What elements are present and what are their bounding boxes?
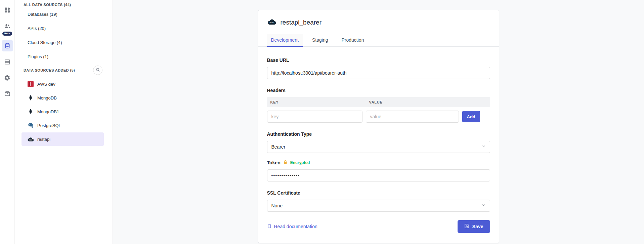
key-column-header: KEY <box>267 100 366 104</box>
base-url-label: Base URL <box>267 57 490 63</box>
headers-label: Headers <box>267 88 490 93</box>
datasource-item-label: MongoDB <box>37 95 57 100</box>
base-url-input[interactable] <box>267 67 490 79</box>
added-sources-list: AWS dev MongoDB MongoDB1 PostgreSQL REST… <box>15 77 113 146</box>
token-group: Token Encrypted <box>267 160 490 181</box>
datasource-form: Base URL Headers KEY VALUE Add Authentic… <box>258 47 499 212</box>
datasource-config-card: REST restapi_bearer Development Staging … <box>258 10 499 243</box>
datasources-sidebar: ALL DATA SOURCES (44) Databases (19) API… <box>15 0 113 244</box>
sidebar-item-apis[interactable]: APIs (20) <box>15 21 113 35</box>
datasources-icon[interactable] <box>2 40 13 51</box>
ssl-group: SSL Certificate None <box>267 190 490 212</box>
tab-production[interactable]: Production <box>337 34 368 46</box>
auth-type-label: Authentication Type <box>267 131 490 137</box>
save-button-label: Save <box>472 224 483 229</box>
auth-type-value: Bearer <box>271 144 286 150</box>
users-rail-section: Beta <box>2 21 13 36</box>
datasource-item-label: PostgreSQL <box>37 123 61 128</box>
chevron-down-icon <box>481 144 486 150</box>
add-header-button[interactable]: Add <box>462 111 480 122</box>
apps-grid-icon[interactable] <box>2 5 13 15</box>
ssl-certificate-select[interactable]: None <box>267 200 490 212</box>
section-title-data-sources-added: DATA SOURCES ADDED (5) <box>24 68 75 73</box>
datasource-item-label: AWS dev <box>37 82 55 87</box>
header-key-value-row: Add <box>267 111 490 123</box>
header-value-input[interactable] <box>366 111 459 123</box>
token-label-row: Token Encrypted <box>267 160 490 166</box>
read-documentation-link[interactable]: Read documentation <box>267 223 317 230</box>
datasource-item-mongodb[interactable]: MongoDB <box>22 91 104 105</box>
postgresql-icon <box>27 122 34 129</box>
restapi-icon: REST <box>27 136 34 143</box>
all-data-sources-list: Databases (19) APIs (20) Cloud Storage (… <box>15 7 113 64</box>
chevron-down-icon <box>481 203 486 208</box>
headers-group: Headers KEY VALUE Add <box>267 88 490 123</box>
mongodb-icon <box>27 94 34 101</box>
search-icon <box>96 68 100 73</box>
datasource-item-aws-dev[interactable]: AWS dev <box>22 77 104 91</box>
svg-text:REST: REST <box>29 139 33 140</box>
lock-icon <box>283 160 288 166</box>
aws-icon <box>27 81 34 87</box>
left-rail: Beta <box>0 0 15 244</box>
headers-table-header: KEY VALUE <box>267 97 490 107</box>
search-button[interactable] <box>93 66 102 75</box>
settings-gear-icon[interactable] <box>2 72 13 83</box>
beta-badge: Beta <box>2 32 12 36</box>
ssl-certificate-label: SSL Certificate <box>267 190 490 196</box>
encrypted-badge: Encrypted <box>290 160 310 165</box>
restapi-cloud-icon: REST <box>267 19 276 26</box>
read-documentation-label: Read documentation <box>274 224 317 229</box>
tab-staging[interactable]: Staging <box>308 34 332 46</box>
card-footer: Read documentation Save <box>258 220 499 243</box>
datasource-item-label: restapi <box>37 137 50 142</box>
ssl-certificate-value: None <box>271 203 283 208</box>
tab-development[interactable]: Development <box>267 34 303 46</box>
sidebar-item-cloud-storage[interactable]: Cloud Storage (4) <box>15 35 113 49</box>
added-sources-header: DATA SOURCES ADDED (5) <box>15 64 113 77</box>
auth-type-group: Authentication Type Bearer <box>267 131 490 153</box>
main-content: REST restapi_bearer Development Staging … <box>113 0 644 244</box>
mongodb-icon <box>27 108 34 115</box>
token-label: Token <box>267 160 281 165</box>
queries-icon[interactable] <box>2 56 13 67</box>
environment-tabs: Development Staging Production <box>258 34 499 47</box>
users-icon[interactable] <box>2 21 13 31</box>
auth-type-select[interactable]: Bearer <box>267 141 490 153</box>
datasource-item-mongodb1[interactable]: MongoDB1 <box>22 105 104 118</box>
section-title-all-data-sources: ALL DATA SOURCES (44) <box>15 3 113 7</box>
value-column-header: VALUE <box>366 100 383 104</box>
datasource-item-label: MongoDB1 <box>37 109 59 114</box>
datasource-item-postgresql[interactable]: PostgreSQL <box>22 119 104 132</box>
sidebar-item-plugins[interactable]: Plugins (1) <box>15 49 113 64</box>
svg-text:REST: REST <box>269 22 274 24</box>
save-button[interactable]: Save <box>458 220 490 233</box>
libraries-icon[interactable] <box>2 88 13 99</box>
card-header: REST restapi_bearer <box>258 10 499 26</box>
header-key-input[interactable] <box>267 111 362 123</box>
document-icon <box>267 223 272 230</box>
sidebar-item-databases[interactable]: Databases (19) <box>15 7 113 21</box>
save-icon <box>464 223 469 230</box>
datasource-title: restapi_bearer <box>281 19 322 26</box>
datasource-item-restapi[interactable]: REST restapi <box>22 132 104 146</box>
token-input[interactable] <box>267 169 490 181</box>
base-url-group: Base URL <box>267 57 490 79</box>
